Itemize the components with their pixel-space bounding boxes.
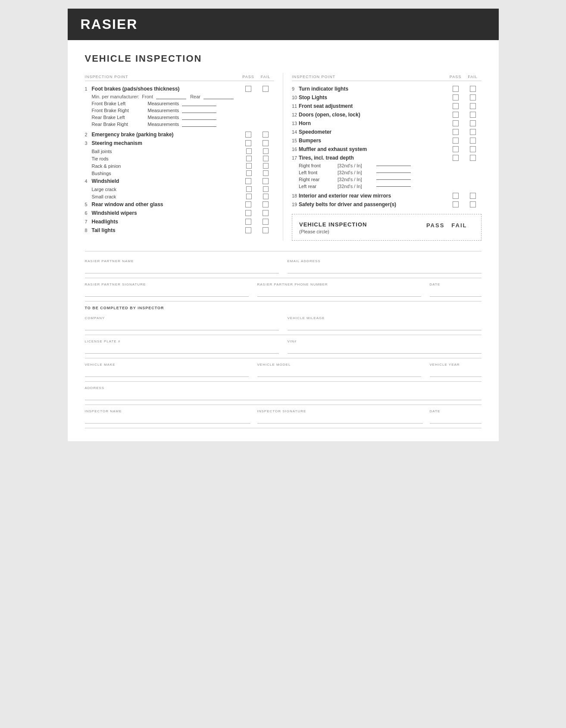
item-13-pass-checkbox[interactable] — [453, 120, 459, 126]
item-10-num: 10 — [292, 95, 299, 100]
item-14-pass-checkbox[interactable] — [453, 129, 459, 135]
item-3-fail-checkbox[interactable] — [263, 140, 269, 146]
item-17-pass-checkbox[interactable] — [453, 155, 459, 161]
large-crack-fail[interactable] — [263, 186, 269, 192]
front-brake-right-label: Front Brake Right — [92, 108, 148, 113]
item-19-pass-checkbox[interactable] — [453, 201, 459, 207]
item-5-num: 5 — [85, 202, 92, 207]
item-11-fail-checkbox[interactable] — [470, 103, 476, 109]
right-fail-label: FAIL — [464, 75, 482, 79]
vehicle-model-label: VEHICLE MODEL — [257, 363, 421, 367]
item-1-fail-checkbox[interactable] — [263, 86, 269, 92]
item-6-fail-checkbox[interactable] — [263, 210, 269, 216]
rack-pinion-fail[interactable] — [263, 163, 269, 169]
large-crack-pass[interactable] — [246, 186, 252, 192]
rack-pinion-pass[interactable] — [246, 163, 252, 169]
small-crack-row: Small crack — [85, 193, 275, 200]
item-5-fail-checkbox[interactable] — [263, 201, 269, 207]
item-16-pass-checkbox[interactable] — [453, 146, 459, 152]
left-pass-label: PASS — [240, 75, 257, 79]
vehicle-mileage-label: VEHICLE MILEAGE — [288, 316, 482, 320]
ball-joints-row: Ball joints — [85, 147, 275, 155]
item-14-fail-checkbox[interactable] — [470, 129, 476, 135]
item-10-pass-checkbox[interactable] — [453, 94, 459, 100]
ball-joints-fail[interactable] — [263, 148, 269, 154]
company-label: COMPANY — [85, 316, 279, 320]
rasier-partner-phone-line — [257, 288, 421, 297]
tie-rods-pass[interactable] — [246, 156, 252, 161]
item-18-num: 18 — [292, 193, 299, 198]
vehicle-model-field: VEHICLE MODEL — [257, 363, 421, 377]
ball-joints-pass[interactable] — [246, 148, 252, 154]
left-front-label: Left front — [299, 170, 338, 175]
left-rear-row: Left rear [32nd's / In] — [292, 183, 482, 190]
item-15-pass-checkbox[interactable] — [453, 138, 459, 144]
tie-rods-fail[interactable] — [263, 156, 269, 161]
bushings-row: Bushings — [85, 169, 275, 177]
item-2-pass-checkbox[interactable] — [245, 132, 251, 138]
item-18-fail-checkbox[interactable] — [470, 193, 476, 199]
rasier-partner-signature-line — [85, 288, 249, 297]
item-18-pass-checkbox[interactable] — [453, 193, 459, 199]
left-rear-line — [376, 186, 411, 187]
item-3-row: 3 Steering mechanism — [85, 139, 275, 147]
item-8-fail-checkbox[interactable] — [263, 227, 269, 233]
item-4-pass-checkbox[interactable] — [245, 178, 251, 184]
item-9-fail-checkbox[interactable] — [470, 86, 476, 92]
item-4-fail-checkbox[interactable] — [263, 178, 269, 184]
item-17-fail-checkbox[interactable] — [470, 155, 476, 161]
item-7-row: 7 Headlights — [85, 217, 275, 226]
item-17-num: 17 — [292, 155, 299, 160]
item-5-pass-checkbox[interactable] — [245, 201, 251, 207]
item-9-label: Turn indicator lights — [299, 86, 447, 92]
item-8-pass-checkbox[interactable] — [245, 227, 251, 233]
item-9-pass-checkbox[interactable] — [453, 86, 459, 92]
item-7-num: 7 — [85, 219, 92, 224]
date1-field: DATE — [430, 282, 482, 297]
item-1-pass-checkbox[interactable] — [245, 86, 251, 92]
small-crack-pass[interactable] — [246, 194, 252, 199]
item-7-pass-checkbox[interactable] — [245, 219, 251, 225]
item-9-row: 9 Turn indicator lights — [292, 85, 482, 93]
front-brake-left-row: Front Brake Left Measurements — [85, 100, 275, 107]
vehicle-mileage-line — [288, 322, 482, 330]
item-15-fail-checkbox[interactable] — [470, 138, 476, 144]
page-title: VEHICLE INSPECTION — [85, 53, 482, 64]
front-brake-left-label: Front Brake Left — [92, 101, 148, 106]
item-3-pass-checkbox[interactable] — [245, 140, 251, 146]
inspector-signature-label: INSPECTOR SIGNATURE — [257, 409, 423, 413]
small-crack-label: Small crack — [92, 194, 241, 199]
item-12-fail-checkbox[interactable] — [470, 112, 476, 118]
item-15-row: 15 Bumpers — [292, 136, 482, 145]
page: RASIER VEHICLE INSPECTION INSPECTION POI… — [68, 9, 499, 441]
large-crack-label: Large crack — [92, 187, 241, 192]
item-2-label: Emergency brake (parking brake) — [92, 132, 240, 138]
right-rear-row: Right rear [32nd's / In] — [292, 176, 482, 183]
min-per-text: Min. per manufacturer: Front Rear — [92, 94, 234, 99]
small-crack-fail[interactable] — [263, 194, 269, 199]
item-13-fail-checkbox[interactable] — [470, 120, 476, 126]
rear-brake-left-line — [182, 119, 216, 120]
item-19-fail-checkbox[interactable] — [470, 201, 476, 207]
item-12-label: Doors (open, close, lock) — [299, 112, 447, 118]
vehicle-inspection-result-subtitle: (Please circle) — [299, 229, 375, 234]
item-11-pass-checkbox[interactable] — [453, 103, 459, 109]
item-16-fail-checkbox[interactable] — [470, 146, 476, 152]
company-line — [85, 322, 279, 330]
license-plate-label: LICENSE PLATE # — [85, 339, 279, 343]
rack-pinion-row: Rack & pinion — [85, 162, 275, 169]
item-7-fail-checkbox[interactable] — [263, 219, 269, 225]
bushings-pass[interactable] — [246, 170, 252, 176]
item-6-pass-checkbox[interactable] — [245, 210, 251, 216]
item-10-fail-checkbox[interactable] — [470, 94, 476, 100]
item-14-row: 14 Speedometer — [292, 128, 482, 136]
item-2-row: 2 Emergency brake (parking brake) — [85, 130, 275, 139]
bushings-fail[interactable] — [263, 170, 269, 176]
item-6-label: Windshield wipers — [92, 210, 240, 216]
item-2-fail-checkbox[interactable] — [263, 132, 269, 138]
item-12-pass-checkbox[interactable] — [453, 112, 459, 118]
left-column: INSPECTION POINT PASS FAIL 1 Foot brakes… — [85, 73, 275, 241]
inspector-name-label: INSPECTOR NAME — [85, 409, 250, 413]
item-4-label: Windshield — [92, 178, 240, 184]
footer-row-3: COMPANY VEHICLE MILEAGE — [85, 312, 482, 335]
